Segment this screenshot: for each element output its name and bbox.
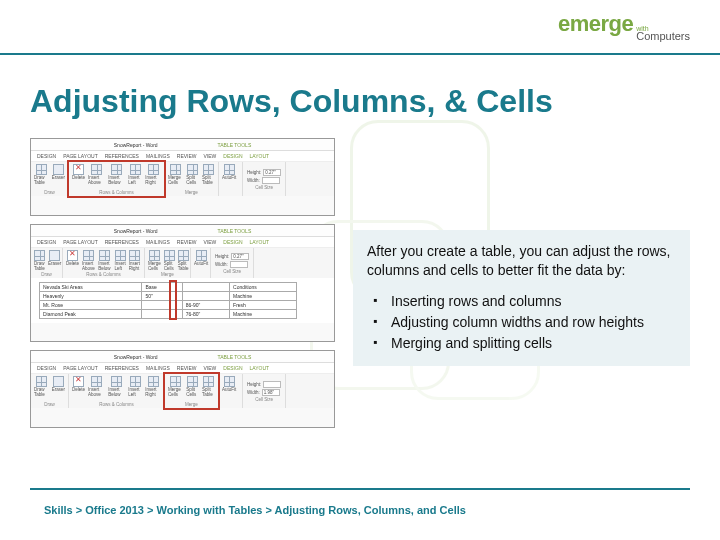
table-tools-label: TABLE TOOLS xyxy=(218,142,252,148)
logo: emerge with Computers xyxy=(558,11,690,42)
ribbon-tabs: DESIGN PAGE LAYOUT REFERENCES MAILINGS R… xyxy=(31,151,334,162)
text-column: After you create a table, you can adjust… xyxy=(353,138,690,428)
logo-main-text: emerge xyxy=(558,11,633,37)
page-title: Adjusting Rows, Columns, & Cells xyxy=(0,55,720,138)
content-area: SnowReport - Word TABLE TOOLS DESIGN PAG… xyxy=(0,138,720,428)
screenshot-cell-size: SnowReport - Word TABLE TOOLS DESIGN PAG… xyxy=(30,224,335,342)
screenshot-rows-columns: SnowReport - Word TABLE TOOLS DESIGN PAG… xyxy=(30,138,335,216)
footer-divider xyxy=(30,488,690,490)
sample-table: Nevada Ski AreasBaseConditions Heavenly5… xyxy=(39,282,297,319)
screenshots-column: SnowReport - Word TABLE TOOLS DESIGN PAG… xyxy=(30,138,335,428)
intro-text: After you create a table, you can adjust… xyxy=(367,242,676,280)
info-box: After you create a table, you can adjust… xyxy=(353,230,690,366)
screenshot-merge: SnowReport - Word TABLE TOOLS DESIGN PAG… xyxy=(30,350,335,428)
ribbon: Draw Table Eraser Draw Delete Insert Abo… xyxy=(31,162,334,196)
doc-title: SnowReport - Word xyxy=(114,142,158,148)
breadcrumb: Skills > Office 2013 > Working with Tabl… xyxy=(44,504,466,516)
header: emerge with Computers xyxy=(0,0,720,55)
bullet-item: Adjusting column widths and row heights xyxy=(373,313,676,332)
logo-computers-text: Computers xyxy=(636,32,690,42)
bullet-item: Merging and splitting cells xyxy=(373,334,676,353)
bullet-list: Inserting rows and columns Adjusting col… xyxy=(367,292,676,353)
bullet-item: Inserting rows and columns xyxy=(373,292,676,311)
